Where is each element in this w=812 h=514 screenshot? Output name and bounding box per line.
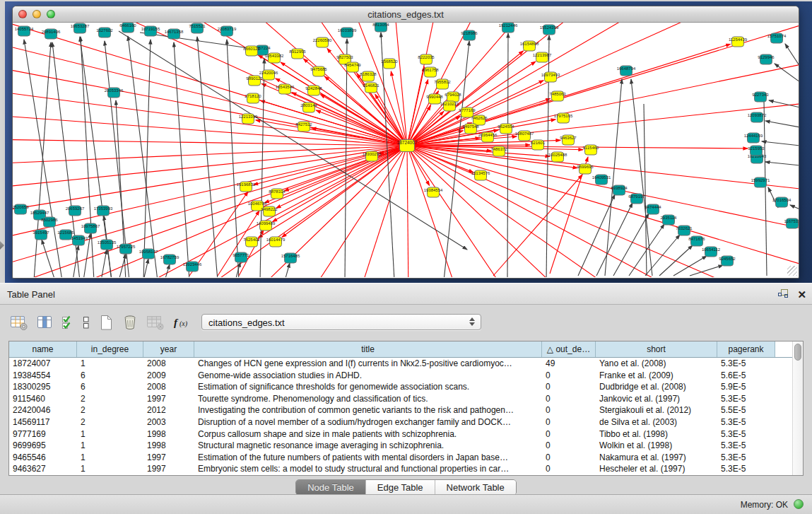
cell-title: Tourette syndrome. Phenomenology and cla… (194, 393, 542, 405)
show-columns-icon[interactable] (36, 313, 53, 332)
tab-node-table[interactable]: Node Table (296, 480, 365, 495)
window-resize-grip[interactable] (787, 266, 797, 276)
cell-pagerank: 5.9E-5 (717, 381, 775, 393)
cell-title: Embryonic stem cells: a model to study s… (194, 463, 542, 475)
cell-pagerank: 5.5E-5 (717, 404, 775, 416)
graph-node-label: 8454749 (344, 63, 361, 67)
table-options-icon[interactable] (10, 313, 28, 332)
graph-node-label: 16782759 (160, 255, 180, 259)
graph-node-label: 16648794 (617, 66, 636, 71)
table-panel-title: Table Panel (7, 289, 55, 300)
cell-name: 9699695 (9, 440, 77, 452)
network-window[interactable]: citations_edges.txt 14055724208914061065… (12, 6, 799, 279)
cell-year: 1997 (143, 463, 194, 475)
column-header-title[interactable]: title (194, 341, 542, 357)
cell-year: 2012 (143, 404, 194, 416)
graph-node-label: 10973493 (541, 73, 560, 77)
column-header-short[interactable]: short (596, 341, 717, 357)
graph-node-label: 19196832 (237, 182, 256, 187)
graph-node-label: 9227343 (752, 93, 769, 97)
cell-out_degree: 49 (542, 358, 596, 370)
table-row[interactable]: 1872400712008Changes of HCN gene express… (9, 358, 792, 370)
citation-edge-black (765, 121, 799, 127)
cell-short: Yano et al. (2008) (596, 358, 717, 370)
table-scrollbar[interactable] (792, 341, 803, 475)
table-row[interactable]: 977716911998Corpus callosum shape and si… (9, 428, 792, 440)
cell-name: 9777169 (9, 428, 77, 440)
table-row[interactable]: 1938455462009Genome-wide association stu… (9, 370, 792, 382)
cell-pagerank: 5.3E-5 (717, 452, 775, 464)
select-all-icon[interactable] (61, 313, 74, 332)
graph-node-label: 2803144 (300, 103, 317, 107)
graph-node-label: 9242848 (305, 86, 322, 90)
float-window-icon[interactable] (777, 288, 789, 301)
column-header-name[interactable]: name (9, 341, 77, 357)
column-header-year[interactable]: year (143, 341, 194, 357)
cell-short: Jankovic et al. (1997) (596, 393, 717, 405)
tab-network-table[interactable]: Network Table (435, 480, 516, 495)
cell-in_degree: 2 (77, 416, 143, 428)
table-selector-dropdown[interactable]: citations_edges.txt (201, 314, 481, 330)
graph-node-label: 17353993 (94, 206, 113, 211)
citation-edge-black (444, 41, 469, 277)
table-scrollbar-thumb[interactable] (794, 344, 801, 361)
network-canvas[interactable]: 1405572420891406106532871527602646616010… (13, 23, 799, 277)
svg-text:f: f (174, 317, 179, 328)
graph-node-label: 12444159 (744, 134, 763, 138)
table-row[interactable]: 2242004622012Investigating the contribut… (9, 404, 792, 416)
graph-node-label: 16154808 (520, 42, 539, 46)
graph-node-label: 8427512 (295, 122, 312, 127)
cell-name: 9465546 (9, 452, 77, 464)
graph-node-label: 9218986 (461, 31, 478, 35)
window-titlebar[interactable]: citations_edges.txt (13, 6, 799, 23)
table-row[interactable]: 946362711997Embryonic stem cells: a mode… (9, 463, 792, 475)
close-panel-icon[interactable]: ✕ (797, 290, 806, 300)
table-row[interactable]: 1830029562008Estimation of significance … (9, 381, 792, 393)
table-row[interactable]: 946554611997Estimation of the future num… (9, 452, 792, 464)
graph-node-label: 17016504 (772, 198, 792, 202)
hidden-panel-handle[interactable] (0, 241, 4, 250)
citation-edge-red (281, 62, 407, 146)
memory-status-label: Memory: OK (741, 500, 788, 510)
row-height-icon[interactable] (82, 313, 90, 332)
delete-column-icon[interactable] (122, 313, 139, 332)
citation-edge-black (765, 162, 799, 165)
table-row[interactable]: 911546021997Tourette syndrome. Phenomeno… (9, 393, 792, 405)
citation-edge-red (407, 146, 408, 277)
graph-node-label: 9129946 (758, 55, 775, 59)
graph-node-label: 10543382 (265, 54, 284, 58)
column-header-pagerank[interactable]: pagerank (717, 341, 775, 357)
cell-pagerank: 5.3E-5 (717, 393, 775, 405)
cell-name: 18724007 (9, 358, 77, 370)
cell-in_degree: 1 (77, 428, 143, 440)
cell-out_degree: 0 (542, 463, 596, 475)
cell-pagerank: 5.3E-5 (717, 416, 775, 428)
table-row[interactable]: 969969511998Structural magnetic resonanc… (9, 440, 792, 452)
cell-title: Estimation of the future numbers of pati… (194, 452, 542, 464)
citation-edge-black (507, 33, 508, 277)
cell-year: 1998 (143, 428, 194, 440)
graph-node-label: 12093872 (748, 113, 767, 117)
column-header-out_degree[interactable]: △ out_de… (542, 341, 596, 357)
cell-year: 2003 (143, 416, 194, 428)
column-header-in_degree[interactable]: in_degree (77, 341, 143, 357)
graph-node-label: 621601 (531, 141, 546, 145)
cell-short: Hescheler et al. (1997) (596, 463, 717, 475)
import-table-icon[interactable] (146, 313, 165, 332)
cell-in_degree: 6 (77, 370, 143, 382)
citation-edge-black (673, 256, 707, 276)
graph-node-label: 6794028 (445, 93, 461, 97)
table-row[interactable]: 1456911722003Disruption of a novel membe… (9, 416, 792, 428)
new-column-icon[interactable] (98, 313, 114, 332)
tab-edge-table[interactable]: Edge Table (365, 480, 435, 495)
graph-node-label: 6466160 (119, 23, 136, 28)
graph-node-label: 12213987 (533, 53, 552, 57)
graph-node-label: 10046788 (248, 201, 267, 206)
function-builder-icon[interactable]: f(x) (172, 313, 191, 332)
cell-in_degree: 2 (77, 404, 143, 416)
graph-node-label: 9115460 (583, 146, 600, 150)
cell-pagerank: 5.3E-5 (717, 428, 775, 440)
citation-edge-black (596, 203, 632, 276)
graph-node-label: 8471676 (688, 237, 705, 241)
graph-node-label: 16014479 (266, 238, 286, 242)
